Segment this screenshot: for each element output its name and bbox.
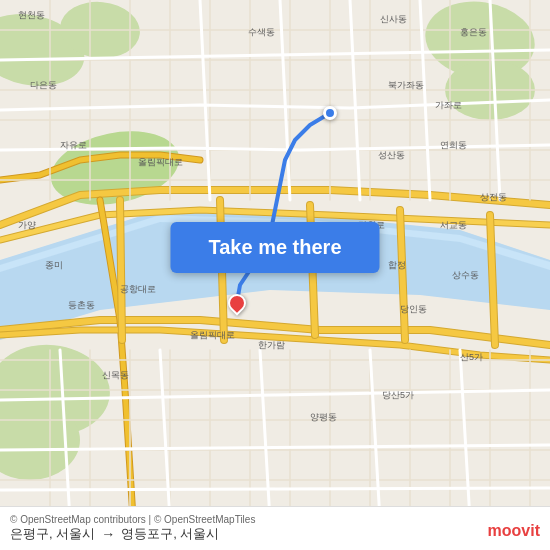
origin-label: 은평구, 서울시 — [10, 525, 95, 543]
moovit-logo: moovit — [488, 522, 540, 540]
take-me-there-button[interactable]: Take me there — [170, 222, 379, 273]
route-arrow-icon: → — [101, 526, 115, 542]
route-info: 은평구, 서울시 → 영등포구, 서울시 — [10, 525, 540, 543]
map-attribution: © OpenStreetMap contributors | © OpenStr… — [10, 514, 540, 525]
bottom-bar: © OpenStreetMap contributors | © OpenStr… — [0, 506, 550, 550]
map-container: Take me there © OpenStreetMap contributo… — [0, 0, 550, 550]
start-location-pin — [323, 106, 337, 120]
map-canvas — [0, 0, 550, 550]
destination-label: 영등포구, 서울시 — [121, 525, 219, 543]
